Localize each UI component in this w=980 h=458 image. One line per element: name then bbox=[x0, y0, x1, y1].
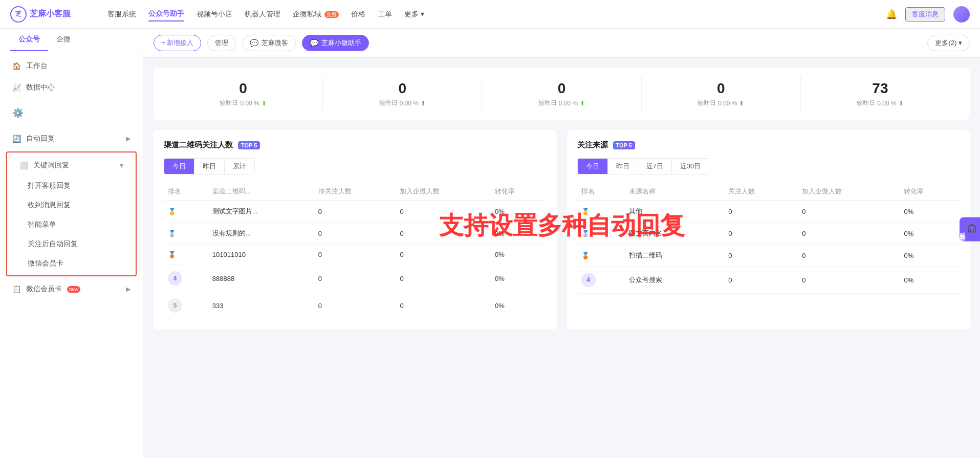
reply-icon: ⬜ bbox=[19, 161, 28, 169]
name-cell: 其他 bbox=[625, 201, 725, 223]
nav-item-price[interactable]: 价格 bbox=[351, 8, 365, 21]
rank-num-5: 5 bbox=[168, 298, 182, 313]
stat-compare-1: 较昨日 0.00 % ⬆ bbox=[172, 99, 314, 107]
name-cell: 没有规则的... bbox=[208, 223, 314, 245]
followers-cell: 0 bbox=[724, 201, 798, 223]
cs-message-button[interactable]: 客服消息 bbox=[905, 7, 945, 21]
followers-cell: 0 bbox=[724, 245, 798, 267]
rate-cell: 0% bbox=[900, 223, 960, 245]
tab-gzh[interactable]: 公众号 bbox=[10, 29, 48, 51]
col-corp-fs: 加入企微人数 bbox=[798, 183, 900, 201]
sidebar-item-smart-menu[interactable]: 关注后自动回复 bbox=[7, 234, 136, 254]
new-badge: new bbox=[67, 286, 80, 293]
bell-icon[interactable]: 🔔 bbox=[886, 9, 897, 20]
chart-icon: 📈 bbox=[12, 83, 21, 92]
date-tab-30d-fs[interactable]: 近30日 bbox=[672, 159, 709, 174]
corp-cell: 0 bbox=[396, 201, 490, 223]
stat-compare-5: 较昨日 0.00 % ⬆ bbox=[809, 99, 951, 107]
stat-item-2: 0 较昨日 0.00 % ⬆ bbox=[323, 76, 482, 112]
rate-cell: 0% bbox=[491, 265, 547, 292]
name-cell: 333 bbox=[208, 292, 314, 319]
date-tab-yesterday-fs[interactable]: 昨日 bbox=[608, 159, 638, 174]
sidebar-menu: 🏠 工作台 📈 数据中心 ⚙️ 🔄 自动回复 ▶ ⬜ 关 bbox=[0, 51, 143, 458]
nav-right: 🔔 客服消息 bbox=[886, 6, 970, 23]
col-corp-qr: 加入企微人数 bbox=[396, 183, 490, 201]
col-rate-qr: 转化率 bbox=[491, 183, 547, 201]
date-tab-today-qr[interactable]: 今日 bbox=[164, 159, 194, 174]
channel-qr-date-tabs: 今日 昨日 累计 bbox=[164, 158, 255, 175]
channel-qr-title: 渠道二维码关注人数 bbox=[164, 140, 233, 150]
name-cell: 公众号搜索 bbox=[625, 267, 725, 294]
sidebar-item-datacenter[interactable]: 📈 数据中心 bbox=[0, 77, 143, 98]
nav-item-gzhzs[interactable]: 公众号助手 bbox=[148, 7, 184, 21]
account1-btn[interactable]: 💬 芝麻微客 bbox=[242, 35, 296, 51]
account2-btn[interactable]: 💬 芝麻小微助手 bbox=[302, 35, 369, 51]
date-tab-today-fs[interactable]: 今日 bbox=[578, 159, 608, 174]
stat-compare-3: 较昨日 0.00 % ⬆ bbox=[490, 99, 633, 107]
sidebar-item-autoreply[interactable]: ⬜ 关键词回复 ▾ bbox=[7, 155, 136, 176]
channel-qr-header: 渠道二维码关注人数 TOP 5 bbox=[164, 140, 547, 150]
two-col-section: 渠道二维码关注人数 TOP 5 今日 昨日 累计 排名 渠道二维码... bbox=[154, 130, 970, 330]
arrow-right-icon: ▶ bbox=[126, 135, 130, 142]
gear-icon: ⚙️ bbox=[12, 107, 24, 119]
nav-item-more[interactable]: 更多 ▾ bbox=[404, 8, 424, 21]
stat-value-2: 0 bbox=[331, 80, 473, 97]
sidebar-item-receive-msg-reply[interactable]: 智能菜单 bbox=[7, 215, 136, 234]
sidebar-item-wechat-member[interactable]: 📋 微信会员卡 new ▶ bbox=[0, 278, 143, 300]
date-tab-7d-fs[interactable]: 近7日 bbox=[638, 159, 672, 174]
sidebar-item-keyword-reply[interactable]: 打开客服回复 bbox=[7, 176, 136, 195]
tab-qw[interactable]: 企微 bbox=[48, 29, 79, 51]
rank-cell: 4 bbox=[577, 267, 625, 294]
sidebar-tabs: 公众号 企微 bbox=[0, 29, 143, 51]
stat-value-5: 73 bbox=[809, 80, 951, 97]
float-support-label: 联系客服 bbox=[959, 227, 966, 231]
float-support-btn[interactable]: 🎧 联系客服 bbox=[960, 217, 980, 241]
sidebar-item-follow-reply[interactable]: 微信会员卡 bbox=[7, 254, 136, 273]
corp-cell: 0 bbox=[798, 267, 900, 294]
sidebar-item-settings[interactable]: ⚙️ bbox=[0, 101, 143, 125]
top-nav: 芝 芝麻小客服 客服系统 公众号助手 视频号小店 机器人管理 企微私域 免费 价… bbox=[0, 0, 980, 29]
corp-cell: 0 bbox=[798, 201, 900, 223]
table-row: 🥈 没有规则的... 0 0 0% bbox=[164, 223, 547, 245]
follow-source-table: 排名 来源名称 关注人数 加入企微人数 转化率 🥇 其他 0 0 0% 🥈 图文… bbox=[577, 183, 960, 294]
arrow-up-icon-2: ⬆ bbox=[421, 100, 426, 107]
rate-cell: 0% bbox=[491, 223, 547, 245]
nav-item-kfxt[interactable]: 客服系统 bbox=[107, 8, 136, 21]
date-tab-total-qr[interactable]: 累计 bbox=[225, 159, 254, 174]
corp-cell: 0 bbox=[798, 223, 900, 245]
channel-qr-panel: 渠道二维码关注人数 TOP 5 今日 昨日 累计 排名 渠道二维码... bbox=[154, 130, 557, 330]
nav-item-spxd[interactable]: 视频号小店 bbox=[197, 8, 232, 21]
stat-compare-2: 较昨日 0.00 % ⬆ bbox=[331, 99, 473, 107]
date-tab-yesterday-qr[interactable]: 昨日 bbox=[194, 159, 225, 174]
corp-cell: 0 bbox=[798, 245, 900, 267]
table-row: 🥉 101011010 0 0 0% bbox=[164, 245, 547, 265]
stat-value-4: 0 bbox=[650, 80, 792, 97]
rate-cell: 0% bbox=[900, 267, 960, 294]
gold-medal-icon: 🥇 bbox=[168, 208, 176, 215]
rank-cell: 🥉 bbox=[577, 245, 625, 267]
more-accounts-btn[interactable]: 更多(2) ▾ bbox=[927, 35, 970, 51]
rank-num-4: 4 bbox=[581, 273, 596, 287]
sync-icon: 🔄 bbox=[12, 135, 21, 143]
rank-cell: 4 bbox=[164, 265, 208, 292]
nav-item-qwsy[interactable]: 企微私域 免费 bbox=[293, 8, 339, 21]
add-btn[interactable]: + 新增接入 bbox=[154, 35, 201, 51]
bronze-medal-icon: 🥉 bbox=[581, 252, 590, 259]
col-net-qr: 净关注人数 bbox=[314, 183, 396, 201]
table-row: 5 333 0 0 0% bbox=[164, 292, 547, 319]
arrow-up-icon-5: ⬆ bbox=[899, 100, 904, 107]
nav-item-order[interactable]: 工单 bbox=[378, 8, 392, 21]
sidebar-item-qwdt[interactable]: 🔄 自动回复 ▶ bbox=[0, 128, 143, 149]
sidebar-item-open-cs-reply[interactable]: 收到消息回复 bbox=[7, 195, 136, 215]
stat-item-3: 0 较昨日 0.00 % ⬆ bbox=[482, 76, 641, 112]
wechat-icon-1: 💬 bbox=[250, 39, 258, 47]
arrow-down-icon: ▾ bbox=[120, 161, 123, 169]
table-row: 🥈 图文页内名... 0 0 0% bbox=[577, 223, 960, 245]
main-content: + 新增接入 管理 💬 芝麻微客 💬 芝麻小微助手 更多(2) ▾ 0 bbox=[143, 29, 980, 458]
manage-btn[interactable]: 管理 bbox=[207, 35, 236, 51]
sidebar-item-workbench[interactable]: 🏠 工作台 bbox=[0, 55, 143, 77]
nav-item-jqrgl[interactable]: 机器人管理 bbox=[245, 8, 280, 21]
silver-medal-icon: 🥈 bbox=[168, 230, 176, 237]
name-cell: 测试文字图片... bbox=[208, 201, 314, 223]
net-cell: 0 bbox=[314, 265, 396, 292]
